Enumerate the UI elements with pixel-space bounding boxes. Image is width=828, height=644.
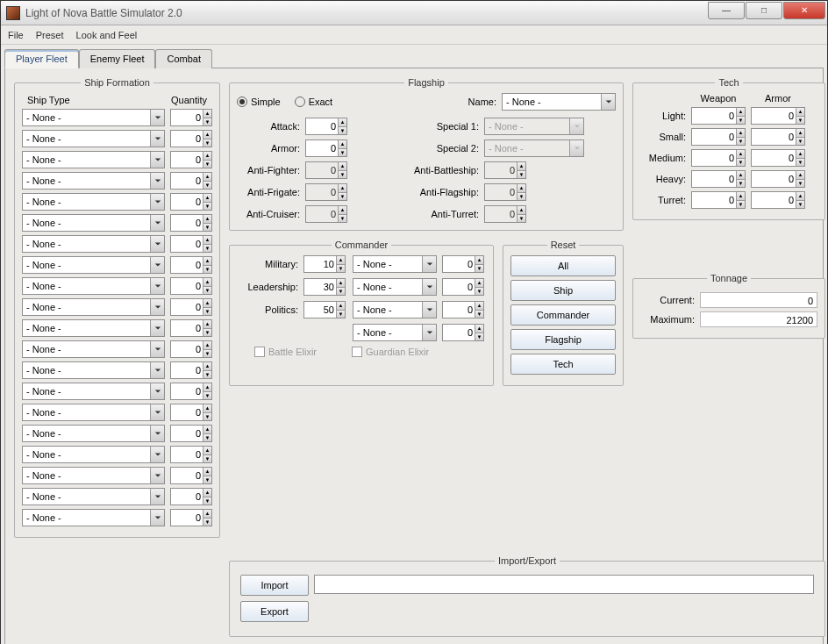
commander-extra-combo[interactable]: - None - bbox=[353, 324, 437, 341]
minimize-button[interactable]: — bbox=[708, 2, 745, 19]
ship-qty-spinner[interactable]: 0▲▼ bbox=[170, 319, 212, 337]
ship-type-combo[interactable]: - None - bbox=[22, 467, 165, 484]
spinner-up-icon[interactable]: ▲ bbox=[796, 171, 804, 180]
spinner-down-icon[interactable]: ▼ bbox=[475, 311, 483, 318]
spinner-up-icon[interactable]: ▲ bbox=[737, 129, 745, 138]
spinner-up-icon[interactable]: ▲ bbox=[203, 110, 211, 118]
ship-type-combo[interactable]: - None - bbox=[22, 446, 165, 463]
spinner-down-icon[interactable]: ▼ bbox=[203, 455, 211, 463]
menu-lookfeel[interactable]: Look and Feel bbox=[76, 30, 138, 40]
spinner-down-icon[interactable]: ▼ bbox=[203, 245, 211, 253]
spinner-down-icon[interactable]: ▼ bbox=[203, 203, 211, 211]
ship-type-combo[interactable]: - None - bbox=[22, 509, 165, 526]
spinner-up-icon[interactable]: ▲ bbox=[203, 278, 211, 287]
anti-frigate-spinner[interactable]: 0▲▼ bbox=[305, 183, 347, 201]
spinner-down-icon[interactable]: ▼ bbox=[737, 117, 745, 125]
ship-qty-spinner[interactable]: 0▲▼ bbox=[170, 193, 212, 211]
tech-weapon-spinner[interactable]: 0▲▼ bbox=[691, 149, 746, 167]
flagship-mode-simple[interactable]: Simple bbox=[237, 97, 281, 107]
spinner-up-icon[interactable]: ▲ bbox=[203, 320, 211, 329]
flagship-name-combo[interactable]: - None - bbox=[502, 93, 616, 111]
spinner-up-icon[interactable]: ▲ bbox=[203, 383, 211, 392]
spinner-down-icon[interactable]: ▼ bbox=[339, 215, 346, 223]
spinner-up-icon[interactable]: ▲ bbox=[475, 279, 483, 288]
spinner-up-icon[interactable]: ▲ bbox=[337, 279, 345, 288]
spinner-up-icon[interactable]: ▲ bbox=[339, 162, 346, 171]
spinner-down-icon[interactable]: ▼ bbox=[203, 476, 211, 484]
ship-qty-spinner[interactable]: 0▲▼ bbox=[170, 151, 212, 168]
ship-qty-spinner[interactable]: 0▲▼ bbox=[170, 214, 212, 232]
spinner-up-icon[interactable]: ▲ bbox=[339, 118, 346, 127]
spinner-up-icon[interactable]: ▲ bbox=[203, 341, 211, 350]
tech-armor-spinner[interactable]: 0▲▼ bbox=[751, 149, 805, 167]
import-button[interactable]: Import bbox=[240, 575, 309, 596]
spinner-up-icon[interactable]: ▲ bbox=[339, 184, 346, 193]
spinner-down-icon[interactable]: ▼ bbox=[203, 519, 211, 526]
commander-bonus-spinner[interactable]: 0▲▼ bbox=[442, 301, 484, 318]
spinner-down-icon[interactable]: ▼ bbox=[796, 159, 804, 167]
armor-spinner[interactable]: 0▲▼ bbox=[305, 140, 347, 157]
spinner-down-icon[interactable]: ▼ bbox=[203, 497, 211, 505]
tech-weapon-spinner[interactable]: 0▲▼ bbox=[691, 170, 746, 188]
spinner-up-icon[interactable]: ▲ bbox=[337, 256, 345, 265]
spinner-up-icon[interactable]: ▲ bbox=[337, 302, 345, 311]
commander-extra-spinner[interactable]: 0▲▼ bbox=[442, 324, 484, 341]
spinner-down-icon[interactable]: ▼ bbox=[796, 180, 804, 188]
spinner-down-icon[interactable]: ▼ bbox=[796, 117, 804, 125]
attack-spinner[interactable]: 0▲▼ bbox=[305, 118, 347, 135]
spinner-down-icon[interactable]: ▼ bbox=[203, 308, 211, 316]
ship-qty-spinner[interactable]: 0▲▼ bbox=[170, 467, 212, 484]
spinner-down-icon[interactable]: ▼ bbox=[518, 193, 525, 201]
spinner-up-icon[interactable]: ▲ bbox=[203, 489, 211, 497]
spinner-up-icon[interactable]: ▲ bbox=[796, 129, 804, 138]
spinner-down-icon[interactable]: ▼ bbox=[796, 138, 804, 146]
spinner-down-icon[interactable]: ▼ bbox=[203, 161, 211, 168]
spinner-down-icon[interactable]: ▼ bbox=[339, 193, 346, 201]
menu-preset[interactable]: Preset bbox=[36, 30, 64, 40]
spinner-up-icon[interactable]: ▲ bbox=[203, 152, 211, 161]
spinner-down-icon[interactable]: ▼ bbox=[203, 413, 211, 421]
spinner-up-icon[interactable]: ▲ bbox=[203, 447, 211, 455]
ship-qty-spinner[interactable]: 0▲▼ bbox=[170, 130, 212, 147]
spinner-up-icon[interactable]: ▲ bbox=[796, 192, 804, 201]
spinner-up-icon[interactable]: ▲ bbox=[737, 171, 745, 180]
spinner-up-icon[interactable]: ▲ bbox=[203, 404, 211, 413]
spinner-down-icon[interactable]: ▼ bbox=[337, 288, 345, 296]
spinner-up-icon[interactable]: ▲ bbox=[203, 194, 211, 203]
reset-ship-button[interactable]: Ship bbox=[510, 280, 616, 301]
commander-stat-spinner[interactable]: 10▲▼ bbox=[303, 255, 346, 273]
reset-all-button[interactable]: All bbox=[510, 255, 616, 276]
spinner-down-icon[interactable]: ▼ bbox=[737, 201, 745, 209]
ship-qty-spinner[interactable]: 0▲▼ bbox=[170, 172, 212, 190]
ship-qty-spinner[interactable]: 0▲▼ bbox=[170, 340, 212, 358]
tech-weapon-spinner[interactable]: 0▲▼ bbox=[691, 128, 746, 146]
spinner-down-icon[interactable]: ▼ bbox=[203, 118, 211, 126]
export-button[interactable]: Export bbox=[240, 601, 309, 622]
tab-enemy-fleet[interactable]: Enemy Fleet bbox=[79, 49, 156, 68]
ship-type-combo[interactable]: - None - bbox=[22, 235, 165, 253]
ship-qty-spinner[interactable]: 0▲▼ bbox=[170, 509, 212, 526]
spinner-down-icon[interactable]: ▼ bbox=[475, 288, 483, 296]
spinner-down-icon[interactable]: ▼ bbox=[518, 171, 525, 179]
ship-qty-spinner[interactable]: 0▲▼ bbox=[170, 277, 212, 295]
spinner-down-icon[interactable]: ▼ bbox=[518, 215, 525, 223]
spinner-up-icon[interactable]: ▲ bbox=[737, 150, 745, 159]
menu-file[interactable]: File bbox=[8, 30, 24, 40]
spinner-up-icon[interactable]: ▲ bbox=[475, 302, 483, 311]
guardian-elixir-check[interactable]: Guardian Elixir bbox=[352, 347, 429, 357]
spinner-down-icon[interactable]: ▼ bbox=[203, 371, 211, 379]
ship-type-combo[interactable]: - None - bbox=[22, 193, 165, 211]
spinner-up-icon[interactable]: ▲ bbox=[737, 192, 745, 201]
tech-weapon-spinner[interactable]: 0▲▼ bbox=[691, 191, 746, 209]
commander-stat-spinner[interactable]: 50▲▼ bbox=[303, 301, 346, 318]
spinner-down-icon[interactable]: ▼ bbox=[737, 180, 745, 188]
commander-bonus-combo[interactable]: - None - bbox=[353, 255, 437, 273]
ship-qty-spinner[interactable]: 0▲▼ bbox=[170, 446, 212, 463]
spinner-up-icon[interactable]: ▲ bbox=[203, 468, 211, 476]
spinner-up-icon[interactable]: ▲ bbox=[203, 426, 211, 434]
spinner-up-icon[interactable]: ▲ bbox=[518, 206, 525, 215]
ship-type-combo[interactable]: - None - bbox=[22, 319, 165, 337]
spinner-up-icon[interactable]: ▲ bbox=[339, 140, 346, 149]
spinner-down-icon[interactable]: ▼ bbox=[737, 159, 745, 167]
ship-qty-spinner[interactable]: 0▲▼ bbox=[170, 425, 212, 442]
